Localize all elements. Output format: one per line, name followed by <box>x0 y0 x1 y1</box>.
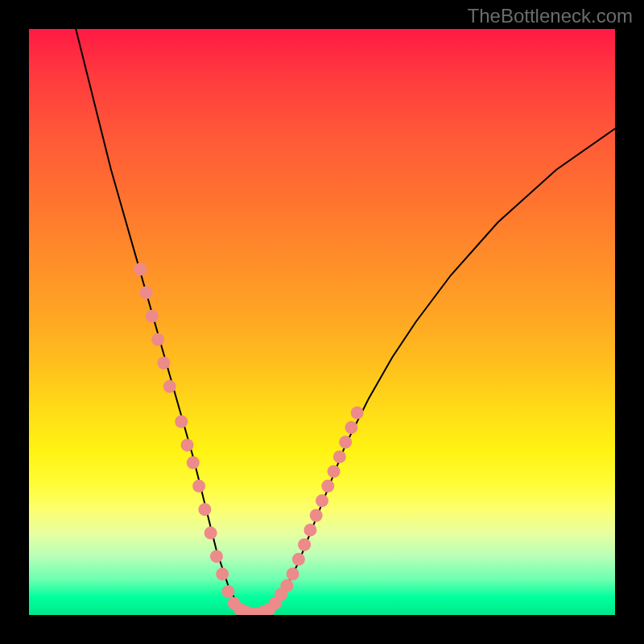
data-point <box>316 494 328 507</box>
chart-plot-area <box>29 29 615 615</box>
data-point <box>328 465 341 478</box>
data-point <box>216 568 229 580</box>
dots-layer <box>29 29 615 615</box>
data-point <box>345 421 357 434</box>
data-point <box>157 357 170 369</box>
data-point <box>210 550 223 563</box>
data-point <box>298 539 311 551</box>
data-point <box>222 585 235 598</box>
data-point <box>163 380 176 393</box>
data-point <box>151 333 164 346</box>
data-point <box>181 439 194 452</box>
data-point <box>303 523 316 536</box>
data-point <box>321 480 334 493</box>
data-point <box>175 415 188 428</box>
data-point <box>333 450 346 463</box>
data-point <box>204 526 217 539</box>
data-point <box>192 480 205 493</box>
data-point-group <box>134 262 363 615</box>
data-point <box>287 568 299 580</box>
data-point <box>187 456 200 469</box>
data-point <box>310 509 323 522</box>
data-point <box>140 287 153 299</box>
data-point <box>351 407 364 419</box>
data-point <box>198 503 211 516</box>
data-point <box>134 262 147 275</box>
data-point <box>280 580 293 592</box>
attribution-label: TheBottleneck.com <box>468 5 633 27</box>
data-point <box>146 310 159 323</box>
data-point <box>339 436 352 448</box>
data-point <box>292 553 305 566</box>
